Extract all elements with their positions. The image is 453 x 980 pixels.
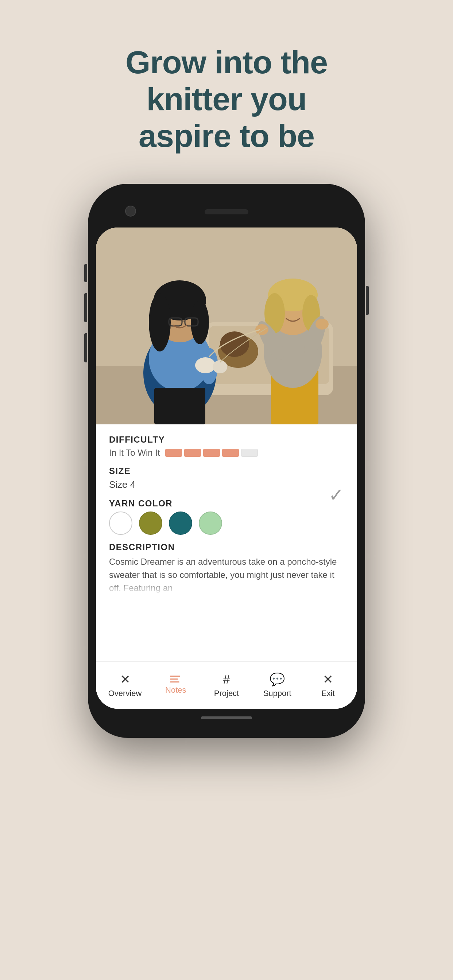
project-label: Project	[214, 689, 239, 698]
yarn-swatch-2[interactable]	[139, 512, 162, 535]
difficulty-bar-5	[241, 449, 258, 457]
difficulty-value: In It To Win It	[109, 448, 160, 458]
exit-icon: ✕	[323, 672, 333, 687]
size-value: Size 4	[109, 479, 344, 490]
difficulty-bar-4	[222, 449, 239, 457]
svg-rect-18	[156, 391, 178, 425]
difficulty-bar-1	[165, 449, 182, 457]
nav-item-notes[interactable]: Notes	[150, 676, 201, 695]
svg-point-28	[255, 324, 268, 335]
yarn-swatch-4[interactable]	[199, 512, 222, 535]
mute-button	[84, 264, 87, 282]
svg-rect-19	[182, 391, 204, 425]
volume-down-button	[84, 333, 87, 363]
home-indicator	[201, 716, 252, 719]
difficulty-bars	[165, 449, 258, 457]
speaker-grill	[205, 209, 248, 215]
yarn-swatch-1[interactable]	[109, 512, 132, 535]
bottom-navigation: ✕ Overview Notes # Project 💬 Suppo	[96, 661, 357, 709]
nav-item-project[interactable]: # Project	[201, 672, 252, 698]
page-headline: Grow into the knitter you aspire to be	[96, 44, 357, 154]
checkmark-icon: ✓	[329, 485, 344, 506]
front-camera	[125, 205, 136, 216]
nav-item-exit[interactable]: ✕ Exit	[303, 672, 353, 698]
phone-screen: DIFFICULTY In It To Win It SIZE Size 4	[96, 228, 357, 709]
yarn-color-label: YARN COLOR	[109, 498, 344, 509]
project-icon: #	[223, 672, 230, 687]
support-icon: 💬	[270, 672, 285, 687]
svg-point-29	[316, 319, 329, 329]
difficulty-bar-3	[203, 449, 220, 457]
exit-label: Exit	[321, 689, 335, 698]
svg-point-11	[149, 293, 171, 352]
nav-item-support[interactable]: 💬 Support	[252, 672, 303, 698]
svg-point-12	[191, 301, 209, 344]
volume-up-button	[84, 293, 87, 322]
yarn-colors-row: ✓	[109, 512, 344, 535]
phone-bottom-bar	[96, 709, 357, 727]
phone-top-bar	[96, 195, 357, 228]
description-text: Cosmic Dreamer is an adventurous take on…	[109, 555, 344, 595]
size-label: SIZE	[109, 466, 344, 476]
difficulty-bar-2	[184, 449, 201, 457]
power-button	[366, 286, 369, 315]
difficulty-label: DIFFICULTY	[109, 434, 344, 445]
size-section: SIZE Size 4	[109, 466, 344, 490]
phone-device: DIFFICULTY In It To Win It SIZE Size 4	[88, 184, 365, 738]
support-label: Support	[263, 689, 292, 698]
description-label: DESCRIPTION	[109, 542, 344, 552]
overview-icon: ✕	[120, 672, 130, 687]
nav-item-overview[interactable]: ✕ Overview	[100, 672, 150, 698]
description-section: DESCRIPTION Cosmic Dreamer is an adventu…	[109, 542, 344, 595]
content-area: DIFFICULTY In It To Win It SIZE Size 4	[96, 425, 357, 661]
notes-label: Notes	[165, 686, 186, 695]
yarn-color-section: YARN COLOR ✓	[109, 498, 344, 535]
svg-point-32	[195, 357, 215, 373]
notes-icon	[170, 676, 182, 682]
hero-image	[96, 228, 357, 425]
difficulty-row: In It To Win It	[109, 448, 344, 458]
difficulty-section: DIFFICULTY In It To Win It	[109, 434, 344, 458]
yarn-swatch-3[interactable]	[169, 512, 192, 535]
overview-label: Overview	[108, 689, 142, 698]
